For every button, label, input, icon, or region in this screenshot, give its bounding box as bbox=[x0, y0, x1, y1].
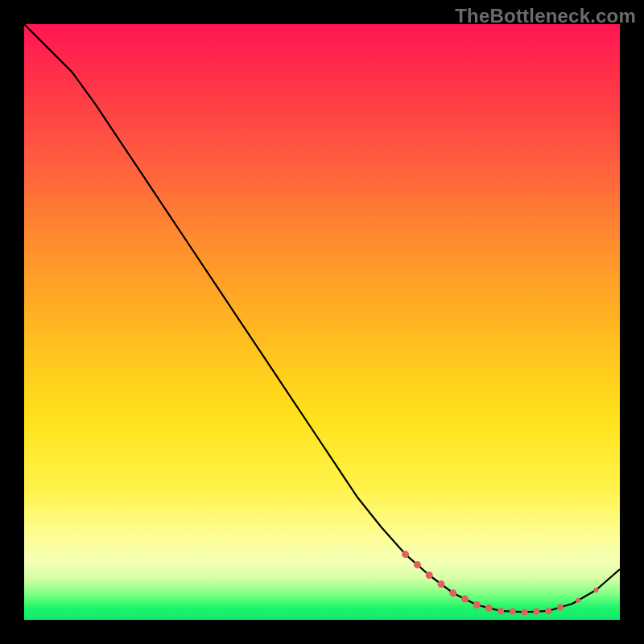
highlight-point bbox=[449, 589, 456, 597]
highlight-point bbox=[485, 605, 493, 612]
highlight-point bbox=[533, 609, 539, 615]
highlight-point bbox=[593, 588, 598, 592]
plot-area bbox=[24, 24, 620, 620]
watermark-text: TheBottleneck.com bbox=[455, 5, 636, 27]
highlight-point bbox=[438, 580, 445, 588]
bottleneck-curve bbox=[24, 24, 620, 612]
chart-frame: TheBottleneck.com bbox=[0, 0, 644, 644]
highlight-point bbox=[426, 572, 433, 579]
highlight-point bbox=[461, 596, 469, 603]
highlight-point bbox=[402, 551, 409, 558]
highlight-point bbox=[414, 561, 421, 568]
highlight-point bbox=[557, 605, 564, 611]
highlight-point bbox=[473, 601, 481, 609]
highlight-point bbox=[576, 598, 580, 603]
highlight-point bbox=[522, 609, 528, 615]
highlight-point bbox=[497, 608, 504, 614]
curve-svg bbox=[24, 24, 620, 620]
highlight-point bbox=[545, 608, 551, 614]
highlight-point bbox=[510, 609, 516, 615]
